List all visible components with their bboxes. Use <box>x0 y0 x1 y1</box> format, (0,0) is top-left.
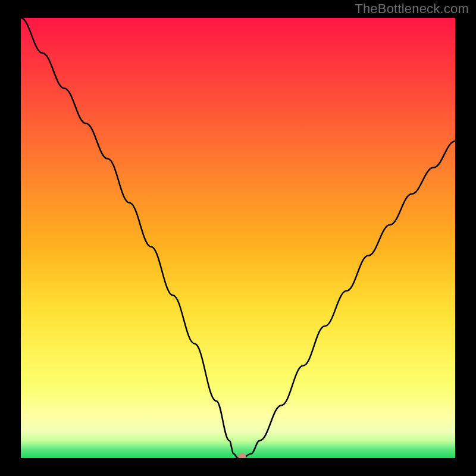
bottleneck-curve <box>21 18 455 458</box>
plot-area <box>21 18 455 458</box>
watermark-text: TheBottleneck.com <box>355 1 469 17</box>
optimal-marker <box>238 453 246 458</box>
chart-frame: TheBottleneck.com <box>0 0 476 476</box>
curve-path <box>21 18 455 458</box>
